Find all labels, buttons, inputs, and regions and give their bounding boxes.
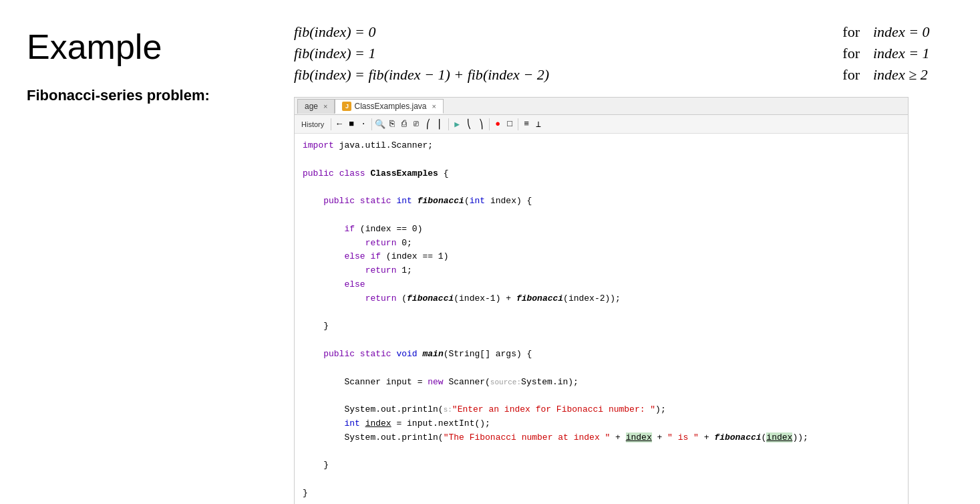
- math-cond-3: index ≥ 2: [873, 66, 953, 84]
- toolbar-search-icon[interactable]: 🔍: [375, 119, 385, 130]
- toolbar-icon-9[interactable]: ⎞: [476, 119, 486, 130]
- math-section: fib(index) = 0 for index = 0 fib(index) …: [294, 20, 953, 84]
- toolbar-sep-2: [371, 118, 372, 130]
- right-panel: fib(index) = 0 for index = 0 fib(index) …: [281, 20, 953, 504]
- math-eq-2: fib(index) = 1: [294, 45, 642, 62]
- math-cond-1: index = 0: [873, 23, 953, 41]
- math-eq-1: fib(index) = 0: [294, 23, 642, 41]
- code-line-close-main: }: [303, 459, 900, 473]
- math-for-2: for: [842, 45, 860, 62]
- toolbar-lines-icon[interactable]: ≡: [521, 119, 532, 130]
- ide-toolbar: History ← ■ · 🔍 ⎘ ⎙ ⎚ ⎛ ⎜ ▶ ⎝ ⎞ ● □: [295, 115, 908, 134]
- toolbar-sep-5: [518, 118, 518, 130]
- toolbar-dot-icon[interactable]: ·: [358, 119, 369, 130]
- code-line-class: public class ClassExamples {: [303, 167, 900, 181]
- tab-age-label: age: [305, 102, 318, 111]
- toolbar-stop-icon[interactable]: □: [504, 119, 515, 130]
- page-title: Example: [27, 27, 281, 67]
- toolbar-icon-5[interactable]: ⎚: [411, 119, 422, 130]
- ide-tab-bar: age × J ClassExamples.java ×: [295, 98, 908, 115]
- code-line-blank-9: [303, 473, 900, 487]
- code-line-blank-6: [303, 362, 900, 376]
- toolbar-square-icon[interactable]: ■: [346, 119, 357, 130]
- math-for-3: for: [842, 66, 860, 84]
- math-eq-3: fib(index) = fib(index − 1) + fib(index …: [294, 66, 816, 84]
- tab-age-close[interactable]: ×: [323, 102, 327, 110]
- code-line-println1: System.out.println(s:"Enter an index for…: [303, 403, 900, 417]
- code-line-blank-8: [303, 445, 900, 459]
- fibonacci-label: Fibonacci-series problem:: [27, 87, 281, 104]
- tab-classexamples-label: ClassExamples.java: [354, 102, 426, 111]
- math-row-2: fib(index) = 1 for index = 1: [294, 45, 953, 62]
- math-for-1: for: [842, 23, 860, 41]
- code-line-return-fib: return (fibonacci(index-1) + fibonacci(i…: [303, 292, 900, 306]
- ide-container: age × J ClassExamples.java × History ← ■…: [294, 97, 909, 504]
- code-line-close-method: }: [303, 320, 900, 334]
- code-line-main: public static void main(String[] args) {: [303, 348, 900, 362]
- code-line-blank-5: [303, 334, 900, 348]
- code-line-return1: return 1;: [303, 264, 900, 278]
- ide-tab-classexamples[interactable]: J ClassExamples.java ×: [335, 99, 443, 114]
- toolbar-icon-8[interactable]: ⎝: [464, 119, 474, 130]
- math-row-3: fib(index) = fib(index − 1) + fib(index …: [294, 66, 953, 84]
- code-line-blank-3: [303, 209, 900, 223]
- history-button[interactable]: History: [297, 119, 328, 130]
- toolbar-red-circle[interactable]: ●: [492, 119, 503, 130]
- java-file-icon: J: [342, 102, 351, 111]
- code-line-close-class: }: [303, 487, 900, 501]
- toolbar-run-icon[interactable]: ▶: [452, 119, 462, 130]
- page-container: Example Fibonacci-series problem: fib(in…: [0, 0, 980, 504]
- toolbar-icon-6[interactable]: ⎛: [423, 119, 434, 130]
- toolbar-icon-3[interactable]: ⎘: [387, 119, 397, 130]
- code-line-return0: return 0;: [303, 237, 900, 251]
- code-line-if: if (index == 0): [303, 223, 900, 237]
- toolbar-icon-10[interactable]: ⊥: [533, 119, 544, 130]
- math-cond-2: index = 1: [873, 45, 953, 62]
- toolbar-sep-1: [331, 118, 331, 130]
- code-line-println2: System.out.println("The Fibonacci number…: [303, 431, 900, 445]
- toolbar-back-icon[interactable]: ←: [334, 119, 345, 130]
- tab-classexamples-close[interactable]: ×: [432, 102, 436, 110]
- math-row-1: fib(index) = 0 for index = 0: [294, 23, 953, 41]
- toolbar-sep-3: [448, 118, 449, 130]
- code-area: import java.util.Scanner; public class C…: [295, 134, 908, 504]
- left-panel: Example Fibonacci-series problem:: [27, 20, 281, 504]
- code-line-nextint: int index = input.nextInt();: [303, 417, 900, 431]
- code-line-blank-7: [303, 389, 900, 403]
- code-line-blank-1: [303, 153, 900, 167]
- code-line-scanner: Scanner input = new Scanner(source:Syste…: [303, 376, 900, 390]
- ide-tab-age[interactable]: age ×: [297, 99, 335, 114]
- code-line-blank-2: [303, 180, 900, 195]
- code-line-elseif: else if (index == 1): [303, 250, 900, 264]
- toolbar-sep-4: [489, 118, 490, 130]
- code-line-else: else: [303, 278, 900, 292]
- toolbar-icon-7[interactable]: ⎜: [435, 119, 446, 130]
- code-line-import: import java.util.Scanner;: [303, 139, 900, 153]
- code-line-method: public static int fibonacci(int index) {: [303, 195, 900, 209]
- toolbar-icon-4[interactable]: ⎙: [399, 119, 410, 130]
- code-line-blank-4: [303, 306, 900, 320]
